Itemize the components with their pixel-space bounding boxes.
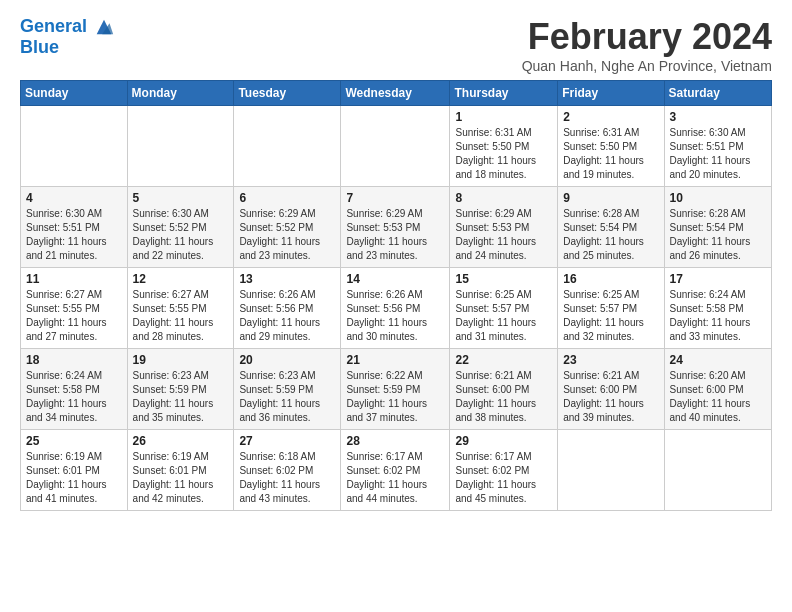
day-number: 6 <box>239 191 335 205</box>
day-info: Sunrise: 6:22 AM Sunset: 5:59 PM Dayligh… <box>346 369 444 425</box>
weekday-header: Thursday <box>450 81 558 106</box>
day-number: 3 <box>670 110 766 124</box>
day-info: Sunrise: 6:30 AM Sunset: 5:52 PM Dayligh… <box>133 207 229 263</box>
day-number: 5 <box>133 191 229 205</box>
logo-icon <box>93 16 115 38</box>
day-number: 24 <box>670 353 766 367</box>
calendar-cell: 17Sunrise: 6:24 AM Sunset: 5:58 PM Dayli… <box>664 268 771 349</box>
weekday-header: Sunday <box>21 81 128 106</box>
weekday-header: Tuesday <box>234 81 341 106</box>
calendar-week-row: 18Sunrise: 6:24 AM Sunset: 5:58 PM Dayli… <box>21 349 772 430</box>
day-info: Sunrise: 6:26 AM Sunset: 5:56 PM Dayligh… <box>346 288 444 344</box>
day-number: 13 <box>239 272 335 286</box>
calendar-body: 1Sunrise: 6:31 AM Sunset: 5:50 PM Daylig… <box>21 106 772 511</box>
calendar-cell <box>664 430 771 511</box>
day-number: 23 <box>563 353 658 367</box>
day-info: Sunrise: 6:29 AM Sunset: 5:53 PM Dayligh… <box>346 207 444 263</box>
calendar-cell: 25Sunrise: 6:19 AM Sunset: 6:01 PM Dayli… <box>21 430 128 511</box>
day-info: Sunrise: 6:19 AM Sunset: 6:01 PM Dayligh… <box>26 450 122 506</box>
calendar-cell: 5Sunrise: 6:30 AM Sunset: 5:52 PM Daylig… <box>127 187 234 268</box>
calendar-cell <box>341 106 450 187</box>
day-number: 28 <box>346 434 444 448</box>
day-number: 17 <box>670 272 766 286</box>
title-block: February 2024 Quan Hanh, Nghe An Provinc… <box>522 16 772 74</box>
day-number: 21 <box>346 353 444 367</box>
calendar-cell <box>21 106 128 187</box>
calendar-cell: 14Sunrise: 6:26 AM Sunset: 5:56 PM Dayli… <box>341 268 450 349</box>
day-info: Sunrise: 6:27 AM Sunset: 5:55 PM Dayligh… <box>133 288 229 344</box>
calendar-cell: 28Sunrise: 6:17 AM Sunset: 6:02 PM Dayli… <box>341 430 450 511</box>
calendar-cell: 26Sunrise: 6:19 AM Sunset: 6:01 PM Dayli… <box>127 430 234 511</box>
day-info: Sunrise: 6:29 AM Sunset: 5:53 PM Dayligh… <box>455 207 552 263</box>
page-header: General Blue February 2024 Quan Hanh, Ng… <box>20 16 772 74</box>
calendar-cell: 13Sunrise: 6:26 AM Sunset: 5:56 PM Dayli… <box>234 268 341 349</box>
day-info: Sunrise: 6:31 AM Sunset: 5:50 PM Dayligh… <box>455 126 552 182</box>
day-info: Sunrise: 6:30 AM Sunset: 5:51 PM Dayligh… <box>670 126 766 182</box>
day-number: 16 <box>563 272 658 286</box>
calendar-cell <box>127 106 234 187</box>
calendar-cell: 22Sunrise: 6:21 AM Sunset: 6:00 PM Dayli… <box>450 349 558 430</box>
day-number: 11 <box>26 272 122 286</box>
day-info: Sunrise: 6:19 AM Sunset: 6:01 PM Dayligh… <box>133 450 229 506</box>
calendar-week-row: 25Sunrise: 6:19 AM Sunset: 6:01 PM Dayli… <box>21 430 772 511</box>
calendar-cell: 12Sunrise: 6:27 AM Sunset: 5:55 PM Dayli… <box>127 268 234 349</box>
day-info: Sunrise: 6:28 AM Sunset: 5:54 PM Dayligh… <box>563 207 658 263</box>
day-info: Sunrise: 6:21 AM Sunset: 6:00 PM Dayligh… <box>563 369 658 425</box>
day-info: Sunrise: 6:30 AM Sunset: 5:51 PM Dayligh… <box>26 207 122 263</box>
day-number: 25 <box>26 434 122 448</box>
calendar-cell: 29Sunrise: 6:17 AM Sunset: 6:02 PM Dayli… <box>450 430 558 511</box>
calendar-cell: 8Sunrise: 6:29 AM Sunset: 5:53 PM Daylig… <box>450 187 558 268</box>
calendar-cell: 11Sunrise: 6:27 AM Sunset: 5:55 PM Dayli… <box>21 268 128 349</box>
weekday-header: Friday <box>558 81 664 106</box>
day-number: 27 <box>239 434 335 448</box>
calendar-cell: 9Sunrise: 6:28 AM Sunset: 5:54 PM Daylig… <box>558 187 664 268</box>
calendar-week-row: 4Sunrise: 6:30 AM Sunset: 5:51 PM Daylig… <box>21 187 772 268</box>
calendar-cell: 3Sunrise: 6:30 AM Sunset: 5:51 PM Daylig… <box>664 106 771 187</box>
day-number: 26 <box>133 434 229 448</box>
calendar-cell: 21Sunrise: 6:22 AM Sunset: 5:59 PM Dayli… <box>341 349 450 430</box>
calendar-cell: 15Sunrise: 6:25 AM Sunset: 5:57 PM Dayli… <box>450 268 558 349</box>
calendar-header-row: SundayMondayTuesdayWednesdayThursdayFrid… <box>21 81 772 106</box>
day-number: 1 <box>455 110 552 124</box>
day-number: 18 <box>26 353 122 367</box>
day-info: Sunrise: 6:25 AM Sunset: 5:57 PM Dayligh… <box>563 288 658 344</box>
calendar-title: February 2024 <box>522 16 772 58</box>
logo-text2: Blue <box>20 38 115 58</box>
calendar-cell: 18Sunrise: 6:24 AM Sunset: 5:58 PM Dayli… <box>21 349 128 430</box>
day-info: Sunrise: 6:26 AM Sunset: 5:56 PM Dayligh… <box>239 288 335 344</box>
day-info: Sunrise: 6:24 AM Sunset: 5:58 PM Dayligh… <box>670 288 766 344</box>
day-number: 4 <box>26 191 122 205</box>
day-number: 9 <box>563 191 658 205</box>
day-info: Sunrise: 6:23 AM Sunset: 5:59 PM Dayligh… <box>239 369 335 425</box>
day-info: Sunrise: 6:18 AM Sunset: 6:02 PM Dayligh… <box>239 450 335 506</box>
calendar-cell: 10Sunrise: 6:28 AM Sunset: 5:54 PM Dayli… <box>664 187 771 268</box>
calendar-cell: 20Sunrise: 6:23 AM Sunset: 5:59 PM Dayli… <box>234 349 341 430</box>
calendar-cell <box>234 106 341 187</box>
day-info: Sunrise: 6:29 AM Sunset: 5:52 PM Dayligh… <box>239 207 335 263</box>
weekday-header: Saturday <box>664 81 771 106</box>
day-info: Sunrise: 6:21 AM Sunset: 6:00 PM Dayligh… <box>455 369 552 425</box>
day-number: 14 <box>346 272 444 286</box>
calendar-cell: 7Sunrise: 6:29 AM Sunset: 5:53 PM Daylig… <box>341 187 450 268</box>
day-info: Sunrise: 6:20 AM Sunset: 6:00 PM Dayligh… <box>670 369 766 425</box>
day-number: 7 <box>346 191 444 205</box>
day-number: 10 <box>670 191 766 205</box>
calendar-cell: 4Sunrise: 6:30 AM Sunset: 5:51 PM Daylig… <box>21 187 128 268</box>
weekday-header: Monday <box>127 81 234 106</box>
calendar-week-row: 1Sunrise: 6:31 AM Sunset: 5:50 PM Daylig… <box>21 106 772 187</box>
day-number: 2 <box>563 110 658 124</box>
calendar-cell: 27Sunrise: 6:18 AM Sunset: 6:02 PM Dayli… <box>234 430 341 511</box>
day-info: Sunrise: 6:31 AM Sunset: 5:50 PM Dayligh… <box>563 126 658 182</box>
day-number: 22 <box>455 353 552 367</box>
calendar-cell: 6Sunrise: 6:29 AM Sunset: 5:52 PM Daylig… <box>234 187 341 268</box>
day-info: Sunrise: 6:17 AM Sunset: 6:02 PM Dayligh… <box>346 450 444 506</box>
calendar-table: SundayMondayTuesdayWednesdayThursdayFrid… <box>20 80 772 511</box>
logo: General Blue <box>20 16 115 58</box>
calendar-cell: 16Sunrise: 6:25 AM Sunset: 5:57 PM Dayli… <box>558 268 664 349</box>
calendar-cell: 24Sunrise: 6:20 AM Sunset: 6:00 PM Dayli… <box>664 349 771 430</box>
day-info: Sunrise: 6:24 AM Sunset: 5:58 PM Dayligh… <box>26 369 122 425</box>
day-info: Sunrise: 6:27 AM Sunset: 5:55 PM Dayligh… <box>26 288 122 344</box>
calendar-cell: 19Sunrise: 6:23 AM Sunset: 5:59 PM Dayli… <box>127 349 234 430</box>
day-info: Sunrise: 6:25 AM Sunset: 5:57 PM Dayligh… <box>455 288 552 344</box>
day-number: 19 <box>133 353 229 367</box>
